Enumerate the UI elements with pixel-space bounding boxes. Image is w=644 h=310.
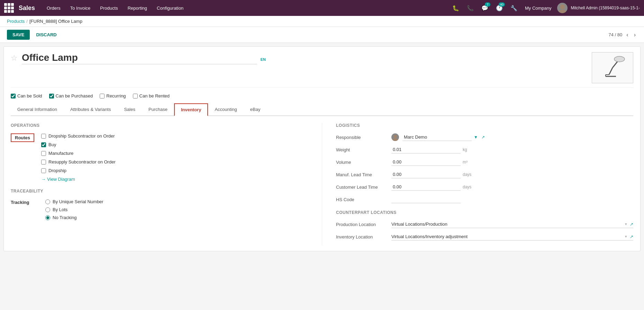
svg-point-8 bbox=[393, 135, 397, 138]
tracking-lots[interactable]: By Lots bbox=[45, 207, 103, 212]
svg-point-5 bbox=[614, 56, 625, 62]
nav-orders[interactable]: Orders bbox=[42, 0, 65, 16]
customer-lead-input[interactable] bbox=[391, 183, 461, 191]
breadcrumb: Products / [FURN_8888] Office Lamp bbox=[0, 16, 644, 27]
weight-input[interactable] bbox=[391, 146, 461, 153]
customer-lead-unit: days bbox=[463, 185, 471, 189]
inventory-tab-content: Operations Routes Dropship Subcontractor… bbox=[11, 123, 633, 245]
nav-products[interactable]: Products bbox=[95, 0, 123, 16]
can-be-sold-checkbox[interactable]: Can be Sold bbox=[11, 93, 42, 98]
responsible-input[interactable] bbox=[402, 133, 472, 141]
counterpart-section: Counterpart Locations Production Locatio… bbox=[336, 210, 633, 241]
lamp-image bbox=[599, 56, 626, 80]
logistics-section: Logistics Responsible ▼ ↗ Weight bbox=[336, 123, 633, 203]
tab-ebay[interactable]: eBay bbox=[244, 103, 267, 116]
chat-badge: 7 bbox=[485, 2, 490, 7]
favorite-star-icon[interactable]: ☆ bbox=[11, 54, 18, 63]
production-location-row: Production Location Virtual Locations/Pr… bbox=[336, 220, 633, 228]
chat-icon[interactable]: 💬 7 bbox=[479, 2, 490, 13]
tab-sales[interactable]: Sales bbox=[117, 103, 142, 116]
svg-point-0 bbox=[560, 4, 565, 9]
bug-icon[interactable]: 🐛 bbox=[450, 2, 461, 13]
volume-input[interactable] bbox=[391, 158, 461, 166]
next-arrow[interactable]: › bbox=[633, 31, 637, 39]
save-button[interactable]: SAVE bbox=[7, 30, 30, 40]
nav-to-invoice[interactable]: To Invoice bbox=[65, 0, 96, 16]
route-manufacture-label: Manufacture bbox=[48, 151, 73, 156]
checkboxes-row: Can be Sold Can be Purchased Recurring C… bbox=[11, 93, 633, 98]
manuf-lead-input[interactable] bbox=[391, 171, 461, 178]
weight-value: kg bbox=[391, 146, 633, 153]
company-label[interactable]: My Company bbox=[525, 6, 552, 11]
manuf-lead-value: days bbox=[391, 171, 633, 178]
production-external-link[interactable]: ↗ bbox=[630, 222, 633, 227]
right-section: Logistics Responsible ▼ ↗ Weight bbox=[322, 123, 633, 245]
tracking-lots-label: By Lots bbox=[53, 207, 67, 212]
route-resupply-subcontractor-label: Resupply Subcontractor on Order bbox=[48, 159, 116, 165]
hs-code-input[interactable] bbox=[391, 196, 461, 203]
inventory-location-value: Virtual Locations/Inventory adjustment ▾… bbox=[391, 233, 633, 241]
tab-attributes[interactable]: Attributes & Variants bbox=[64, 103, 118, 116]
routes-container: Routes Dropship Subcontractor on Order B… bbox=[11, 133, 308, 182]
svg-line-3 bbox=[609, 68, 613, 75]
route-dropship-label: Dropship bbox=[48, 168, 66, 173]
tracking-none-label: No Tracking bbox=[53, 215, 76, 220]
view-diagram-link[interactable]: View Diagram bbox=[41, 177, 308, 182]
brand-label[interactable]: Sales bbox=[19, 4, 35, 12]
tab-inventory[interactable]: Inventory bbox=[174, 103, 208, 116]
product-name-input[interactable] bbox=[22, 52, 257, 64]
volume-unit: m³ bbox=[463, 160, 468, 165]
tracking-serial[interactable]: By Unique Serial Number bbox=[45, 199, 103, 204]
nav-reporting[interactable]: Reporting bbox=[123, 0, 152, 16]
phone-icon[interactable]: 📞 bbox=[465, 2, 476, 13]
discard-button[interactable]: DISCARD bbox=[33, 30, 59, 40]
inventory-location-label: Inventory Location bbox=[336, 234, 391, 239]
prev-arrow[interactable]: ‹ bbox=[625, 31, 629, 39]
tab-purchase[interactable]: Purchase bbox=[142, 103, 174, 116]
route-dropship[interactable]: Dropship bbox=[41, 168, 308, 173]
recurring-checkbox[interactable]: Recurring bbox=[100, 93, 126, 98]
tab-accounting[interactable]: Accounting bbox=[208, 103, 243, 116]
routes-label[interactable]: Routes bbox=[11, 133, 34, 142]
production-location-text: Virtual Locations/Production bbox=[391, 222, 624, 227]
grid-menu-icon[interactable] bbox=[4, 3, 14, 13]
route-buy-label: Buy bbox=[48, 142, 56, 147]
hs-code-label: HS Code bbox=[336, 197, 391, 202]
nav-configuration[interactable]: Configuration bbox=[152, 0, 188, 16]
can-be-sold-label: Can be Sold bbox=[17, 93, 42, 98]
user-avatar[interactable] bbox=[557, 3, 568, 13]
responsible-row: Responsible ▼ ↗ bbox=[336, 133, 633, 141]
route-dropship-subcontractor[interactable]: Dropship Subcontractor on Order bbox=[41, 133, 308, 139]
action-bar: SAVE DISCARD 74 / 80 ‹ › bbox=[0, 27, 644, 43]
route-resupply-subcontractor[interactable]: Resupply Subcontractor on Order bbox=[41, 159, 308, 165]
weight-row: Weight kg bbox=[336, 146, 633, 153]
responsible-external-link[interactable]: ↗ bbox=[481, 135, 485, 140]
tracking-none[interactable]: No Tracking bbox=[45, 215, 103, 220]
routes-right: Dropship Subcontractor on Order Buy Manu… bbox=[41, 133, 308, 182]
production-location-value: Virtual Locations/Production ▾ ↗ bbox=[391, 220, 633, 228]
can-be-rented-label: Can be Rented bbox=[139, 93, 170, 98]
route-manufacture[interactable]: Manufacture bbox=[41, 151, 308, 156]
tab-general[interactable]: General Information bbox=[11, 103, 64, 116]
activities-icon[interactable]: 🕐 40 bbox=[494, 2, 505, 13]
can-be-purchased-checkbox[interactable]: Can be Purchased bbox=[49, 93, 93, 98]
can-be-rented-checkbox[interactable]: Can be Rented bbox=[133, 93, 170, 98]
breadcrumb-parent[interactable]: Products bbox=[7, 19, 25, 24]
route-buy[interactable]: Buy bbox=[41, 142, 308, 147]
responsible-dropdown-arrow[interactable]: ▼ bbox=[474, 135, 478, 140]
activities-badge: 40 bbox=[499, 2, 505, 7]
operations-title: Operations bbox=[11, 123, 308, 128]
traceability-row: Tracking By Unique Serial Number By Lots bbox=[11, 199, 308, 220]
settings-icon[interactable]: 🔧 bbox=[508, 2, 519, 13]
inventory-dropdown-arrow[interactable]: ▾ bbox=[625, 234, 627, 239]
inventory-external-link[interactable]: ↗ bbox=[630, 234, 633, 239]
volume-row: Volume m³ bbox=[336, 158, 633, 166]
customer-lead-label: Customer Lead Time bbox=[336, 185, 391, 190]
can-be-purchased-label: Can be Purchased bbox=[56, 93, 93, 98]
routes-left: Routes bbox=[11, 133, 34, 182]
tracking-label: Tracking bbox=[11, 199, 38, 205]
user-label: Mitchell Admin (15894019-saas-15-1- bbox=[571, 6, 640, 10]
navbar-right: 🐛 📞 💬 7 🕐 40 🔧 My Company Mitchell Admin… bbox=[450, 2, 640, 13]
production-dropdown-arrow[interactable]: ▾ bbox=[625, 222, 627, 226]
left-section: Operations Routes Dropship Subcontractor… bbox=[11, 123, 322, 245]
